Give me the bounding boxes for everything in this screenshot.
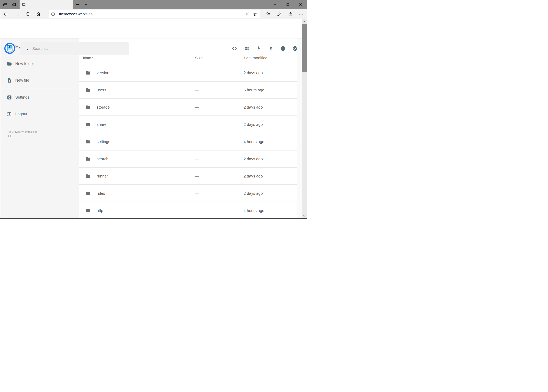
scrollbar-down-button[interactable] xyxy=(302,214,307,218)
file-list: version — 2 days ago users — 5 hours ago xyxy=(79,64,297,219)
file-modified: 2 days ago xyxy=(243,70,263,75)
file-size: — xyxy=(195,88,199,92)
filebrowser-logo xyxy=(4,43,15,54)
edge-browser-window: . fi xyxy=(0,0,307,219)
table-row[interactable]: search — 2 days ago xyxy=(79,150,297,168)
table-row[interactable]: rules — 2 days ago xyxy=(79,185,297,202)
sidebar-item-label: Logout xyxy=(15,112,27,116)
code-icon xyxy=(232,46,237,51)
file-size: — xyxy=(195,208,199,213)
table-row[interactable]: users — 5 hours ago xyxy=(79,82,297,99)
web-notes-button[interactable] xyxy=(274,9,285,19)
url-path: /files/ xyxy=(85,12,93,16)
new-tab-icon xyxy=(76,3,80,7)
home-icon xyxy=(36,12,41,17)
settings-more-button[interactable]: ⋯ xyxy=(296,9,307,19)
address-bar[interactable]: filebrowser.web/files/ xyxy=(49,10,260,18)
url-host: filebrowser.web xyxy=(59,12,85,16)
file-size: — xyxy=(195,105,199,109)
sidebar-item-label: New folder xyxy=(15,62,34,66)
file-name: rules xyxy=(97,191,105,196)
raw-editor-button[interactable] xyxy=(232,46,237,51)
url-text[interactable]: filebrowser.web/files/ xyxy=(59,12,245,16)
table-row[interactable]: http — 4 hours ago xyxy=(79,202,297,219)
header-action-buttons xyxy=(232,39,298,58)
folder-icon xyxy=(85,122,90,127)
close-icon xyxy=(299,3,302,6)
page-scrollbar[interactable] xyxy=(302,19,307,218)
sidebar-item-new-file[interactable]: New file xyxy=(0,72,79,89)
hub-favorites-button[interactable] xyxy=(263,9,274,19)
window-bottom-border xyxy=(0,218,307,219)
refresh-button[interactable] xyxy=(23,9,32,19)
addressbar-divider xyxy=(57,11,57,17)
chevron-up-icon xyxy=(303,21,306,23)
file-size: — xyxy=(195,70,199,75)
info-button[interactable] xyxy=(280,46,286,51)
share-button[interactable] xyxy=(285,9,296,19)
select-multiple-button[interactable] xyxy=(292,46,298,51)
chevron-down-icon xyxy=(84,3,88,7)
close-button[interactable] xyxy=(294,0,307,9)
home-button[interactable] xyxy=(34,9,43,19)
table-row[interactable]: runner — 2 days ago xyxy=(79,168,297,185)
file-name: storage xyxy=(97,105,110,109)
set-tabs-aside-button[interactable] xyxy=(10,0,18,9)
folder-icon xyxy=(85,87,90,93)
file-size: — xyxy=(195,122,199,127)
pen-icon xyxy=(277,12,282,17)
window-left-border xyxy=(0,0,0,219)
download-button[interactable] xyxy=(256,46,261,51)
app-version-text: File Browser v(untracked) xyxy=(7,130,37,133)
folder-icon xyxy=(85,105,90,110)
logout-icon xyxy=(7,112,12,117)
grid-view-button[interactable] xyxy=(244,46,249,51)
hub-star-list-icon xyxy=(266,12,271,17)
table-row[interactable]: version — 2 days ago xyxy=(79,64,297,82)
tab-preview-button[interactable] xyxy=(1,0,9,9)
help-link[interactable]: Help xyxy=(7,134,12,138)
sidebar-item-label: Settings xyxy=(15,95,29,100)
file-modified: 2 days ago xyxy=(243,191,263,196)
tab-close-icon[interactable] xyxy=(68,3,71,6)
file-size: — xyxy=(195,174,199,178)
new-tab-button[interactable] xyxy=(74,0,81,9)
browser-tab[interactable]: . xyxy=(20,0,73,9)
table-row[interactable]: settings — 4 hours ago xyxy=(79,133,297,150)
upload-button[interactable] xyxy=(268,46,273,51)
sidebar-item-new-folder[interactable]: New folder xyxy=(0,55,79,72)
table-row[interactable]: share — 2 days ago xyxy=(79,116,297,133)
favorite-star-icon[interactable] xyxy=(253,12,258,17)
site-info-icon[interactable] xyxy=(49,12,57,16)
minimize-icon xyxy=(273,3,277,6)
file-modified: 4 hours ago xyxy=(243,139,264,144)
forward-button[interactable] xyxy=(13,9,21,19)
navbar-right-buttons: ⋯ xyxy=(263,9,307,19)
scrollbar-up-button[interactable] xyxy=(302,20,307,24)
maximize-icon xyxy=(286,3,289,6)
sidebar-item-logout[interactable]: Logout xyxy=(0,106,79,122)
new-folder-icon xyxy=(7,61,12,66)
check-circle-icon xyxy=(292,46,298,51)
show-tabs-button[interactable] xyxy=(83,0,90,9)
new-file-icon xyxy=(7,78,12,83)
file-name: search xyxy=(97,157,108,161)
file-name: runner xyxy=(97,174,108,178)
reading-view-icon[interactable] xyxy=(245,12,250,16)
file-modified: 4 hours ago xyxy=(243,208,264,213)
tab-title: . xyxy=(28,3,68,6)
search-input[interactable] xyxy=(32,46,129,51)
maximize-button[interactable] xyxy=(281,0,294,9)
scrollbar-thumb[interactable] xyxy=(302,24,307,72)
column-header-name[interactable]: Name xyxy=(83,56,87,60)
folder-icon xyxy=(85,70,90,75)
column-header-size[interactable]: Size xyxy=(195,56,203,60)
share-icon xyxy=(288,12,293,17)
minimize-button[interactable] xyxy=(269,0,281,9)
folder-icon xyxy=(85,191,90,196)
back-button[interactable] xyxy=(1,9,10,19)
table-row[interactable]: storage — 2 days ago xyxy=(79,99,297,116)
sidebar-item-settings[interactable]: Settings xyxy=(0,89,79,106)
search-bar[interactable] xyxy=(20,42,129,55)
tab-favicon-icon xyxy=(22,3,26,7)
